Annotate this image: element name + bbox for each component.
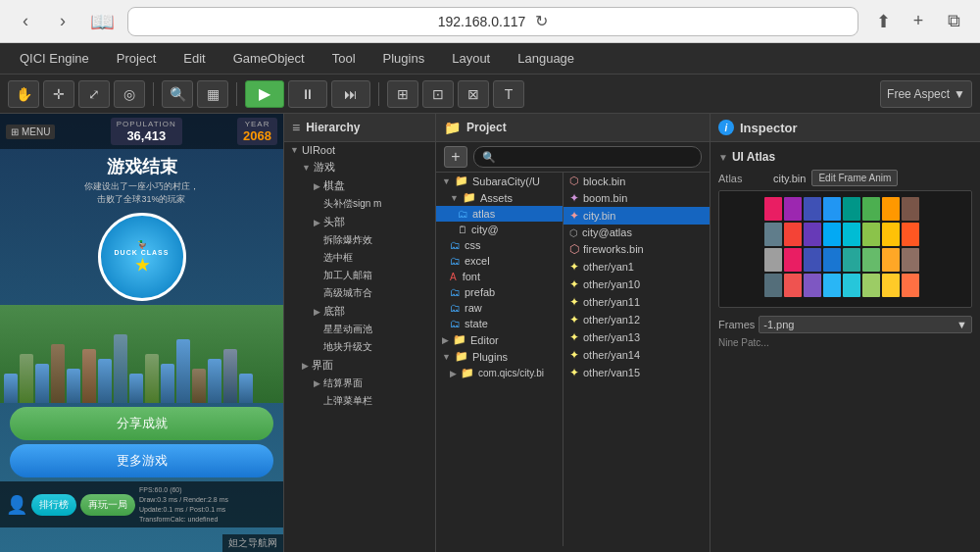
file-other-van15[interactable]: ✦ other/van15: [564, 364, 710, 381]
menu-layout[interactable]: Layout: [440, 47, 502, 70]
frames-select[interactable]: -1.png ▼: [759, 316, 972, 333]
ranking-button[interactable]: 排行榜: [31, 494, 76, 516]
tree-item-uiroot[interactable]: ▼UIRoot: [284, 142, 435, 158]
more-games-button[interactable]: 更多游戏: [10, 444, 273, 477]
url-bar[interactable]: 192.168.0.117 ↻: [127, 7, 858, 36]
tree-item-city-combine[interactable]: 高级城市合: [284, 284, 435, 302]
folder-raw[interactable]: 🗂 raw: [436, 300, 563, 316]
grid-tool[interactable]: ▦: [197, 80, 228, 108]
yan14-icon: ✦: [569, 348, 579, 362]
settlement-arrow: ▶: [314, 378, 320, 388]
file-boom-bin[interactable]: ✦ boom.bin: [564, 189, 710, 207]
folder-assets[interactable]: ▼ 📁 Assets: [436, 189, 563, 206]
folder-com-qics[interactable]: ▶ 📁 com.qics/city.bi: [436, 365, 563, 381]
folder-state[interactable]: 🗂 state: [436, 316, 563, 331]
folder-plugins[interactable]: ▼ 📁 Plugins: [436, 348, 563, 365]
layout-tool-3[interactable]: ⊠: [458, 80, 489, 108]
menu-tool[interactable]: Tool: [320, 47, 368, 70]
file-city-atlas[interactable]: ⬡ city@atlas: [564, 225, 710, 240]
folder-css[interactable]: 🗂 css: [436, 237, 563, 253]
tree-item-game[interactable]: ▼游戏: [284, 158, 435, 176]
move-tool[interactable]: ✛: [43, 80, 74, 108]
subara-arrow: ▼: [442, 176, 451, 186]
text-tool[interactable]: T: [493, 80, 524, 108]
game-menu-button[interactable]: ⊞ MENU: [6, 125, 55, 139]
tree-item-popup-menu[interactable]: 上弹菜单栏: [284, 392, 435, 410]
raw-folder-icon: 🗂: [450, 302, 461, 314]
folder-atlas[interactable]: 🗂 atlas: [436, 206, 563, 222]
share-button[interactable]: ⬆: [868, 7, 898, 36]
inspector-content: ▼ UI Atlas Atlas city.bin Edit Frame Ani…: [710, 142, 980, 364]
menu-project[interactable]: Project: [105, 47, 168, 70]
tree-item-select-frame[interactable]: 选中框: [284, 249, 435, 267]
hand-tool[interactable]: ✋: [8, 80, 39, 108]
step-button[interactable]: ⏭: [331, 80, 370, 108]
pause-button[interactable]: ⏸: [288, 80, 327, 108]
browser-actions: ⬆ + ⧉: [868, 7, 968, 36]
tree-item-bottom[interactable]: ▶底部: [284, 302, 435, 321]
year-stat: YEAR 2068: [237, 118, 277, 145]
folder-prefab[interactable]: 🗂 prefab: [436, 284, 563, 300]
section-collapse-arrow[interactable]: ▼: [718, 152, 728, 163]
menu-gameobject[interactable]: GameObject: [221, 47, 317, 70]
menu-plugins[interactable]: Plugins: [371, 47, 437, 70]
project-toolbar: + 🔍: [436, 142, 710, 173]
frames-arrow-icon: ▼: [956, 319, 967, 330]
forward-button[interactable]: ›: [49, 8, 76, 35]
game-title-area: 游戏结束: [0, 149, 283, 180]
menu-language[interactable]: Language: [506, 47, 586, 70]
file-other-yan13[interactable]: ✦ other/yan13: [564, 328, 710, 346]
file-other-yan12[interactable]: ✦ other/yan12: [564, 311, 710, 328]
search-input[interactable]: [500, 151, 693, 163]
scale-tool[interactable]: ⤢: [78, 80, 110, 108]
back-button[interactable]: ‹: [12, 8, 39, 35]
file-city-at[interactable]: 🗒 city@: [436, 222, 563, 237]
zoom-tool[interactable]: 🔍: [162, 80, 193, 108]
share-achievement-button[interactable]: 分享成就: [10, 407, 273, 440]
svg-rect-17: [764, 248, 782, 272]
building-13: [192, 369, 206, 403]
game-subtitle: 你建设出了一座小巧的村庄，击败了全球31%的玩家: [0, 180, 283, 209]
menu-edit[interactable]: Edit: [172, 47, 217, 70]
file-block-bin[interactable]: ⬡ block.bin: [564, 173, 710, 189]
section-header: ▼ UI Atlas: [718, 150, 972, 164]
file-other-yan1[interactable]: ✦ other/yan1: [564, 258, 710, 276]
folder-excel[interactable]: 🗂 excel: [436, 253, 563, 269]
yan11-icon: ✦: [569, 295, 579, 309]
bookmarks-button[interactable]: 📖: [86, 6, 118, 37]
svg-rect-15: [882, 223, 900, 246]
layout-tool-1[interactable]: ⊞: [387, 80, 418, 108]
tree-item-header[interactable]: ▶头部: [284, 213, 435, 231]
aspect-selector[interactable]: Free Aspect ▼: [880, 80, 972, 108]
add-asset-button[interactable]: +: [444, 146, 467, 168]
tree-item-head-comp[interactable]: 头补偿sign m: [284, 195, 435, 213]
tree-item-settlement[interactable]: ▶结算界面: [284, 375, 435, 392]
replay-button[interactable]: 再玩一局: [80, 494, 135, 516]
tree-item-chessboard[interactable]: ▶棋盘: [284, 176, 435, 195]
tabs-button[interactable]: ⧉: [939, 7, 968, 36]
folder-editor[interactable]: ▶ 📁 Editor: [436, 331, 563, 348]
svg-rect-26: [784, 274, 802, 297]
file-other-yan10[interactable]: ✦ other/yan10: [564, 276, 710, 293]
file-city-bin[interactable]: ✦ city.bin: [564, 207, 710, 225]
layout-tool-2[interactable]: ⊡: [422, 80, 454, 108]
rotate-tool[interactable]: ◎: [114, 80, 145, 108]
city-atlas-label: city@atlas: [582, 226, 632, 238]
menu-qici-engine[interactable]: QICI Engine: [8, 47, 101, 70]
yan11-label: other/yan11: [583, 296, 640, 308]
folder-font[interactable]: A font: [436, 269, 563, 284]
tree-item-ui[interactable]: ▶界面: [284, 356, 435, 375]
file-fireworks-bin[interactable]: ⬡ fireworks.bin: [564, 240, 710, 258]
tree-item-worker[interactable]: 加工人邮箱: [284, 267, 435, 284]
play-button[interactable]: ▶: [245, 80, 284, 108]
file-other-yan14[interactable]: ✦ other/yan14: [564, 346, 710, 364]
edit-frame-anim-button[interactable]: Edit Frame Anim: [811, 170, 898, 186]
folder-subara[interactable]: ▼ 📁 SubaraCity(/U: [436, 173, 563, 189]
file-other-yan11[interactable]: ✦ other/yan11: [564, 293, 710, 311]
tree-item-explode[interactable]: 拆除爆炸效: [284, 231, 435, 249]
tree-item-stars[interactable]: 星星动画池: [284, 321, 435, 338]
search-box[interactable]: 🔍: [473, 146, 702, 168]
editor-arrow: ▶: [442, 335, 449, 345]
tree-item-upgrade[interactable]: 地块升级文: [284, 338, 435, 356]
new-tab-button[interactable]: +: [904, 7, 933, 36]
